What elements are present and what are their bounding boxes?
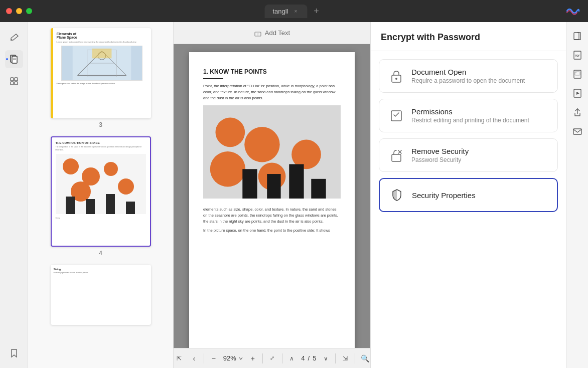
svg-rect-24: [106, 194, 115, 214]
email-button[interactable]: [569, 123, 585, 139]
first-page-button[interactable]: ⇱: [174, 352, 185, 365]
tab-bar: tangll × +: [264, 4, 323, 18]
svg-rect-36: [289, 164, 304, 199]
svg-rect-7: [15, 82, 18, 85]
thumb3-text: Lorem ipsum text content here representi…: [57, 41, 147, 44]
sidebar-icon-pages[interactable]: [5, 50, 23, 68]
separator-4: [335, 353, 336, 363]
encrypt-panel-header: Encrypt with Password: [371, 22, 566, 51]
separator-3: [282, 353, 282, 363]
text-tool-icon: T: [254, 29, 262, 37]
total-pages: 5: [313, 354, 316, 362]
play-icon: [572, 88, 582, 98]
zoom-out-button[interactable]: −: [208, 352, 219, 365]
remove-security-option[interactable]: Remove Security Password Security: [379, 138, 558, 172]
active-tab[interactable]: tangll ×: [264, 5, 307, 18]
page-separator: /: [308, 354, 310, 362]
page-section-heading: 1. KNOW THE POINTS: [203, 68, 341, 75]
document-area: T Add Text 1. KNOW THE POINTS Point, the…: [174, 22, 370, 368]
thumbnail-page-3[interactable]: Elements ofPlane Space Lorem ipsum text …: [51, 28, 151, 118]
new-tab-button[interactable]: +: [310, 4, 324, 18]
thumb5-title: String: [54, 268, 148, 271]
permissions-option[interactable]: Permissions Restrict editing and printin…: [379, 99, 558, 132]
email-icon: [572, 126, 582, 136]
separator-1: [204, 353, 204, 363]
remove-security-title: Remove Security: [411, 147, 548, 155]
svg-point-19: [104, 162, 118, 176]
doc-scroll[interactable]: 1. KNOW THE POINTS Point, the interpreta…: [174, 44, 370, 348]
main-area: Elements ofPlane Space Lorem ipsum text …: [0, 22, 588, 368]
thumb3-content: Elements ofPlane Space Lorem ipsum text …: [51, 28, 151, 118]
pdf-export-button[interactable]: PDF: [569, 47, 585, 63]
zoom-display: 92%: [223, 354, 243, 362]
prev-page-button[interactable]: ‹: [189, 352, 200, 365]
separator-5: [355, 353, 355, 363]
thumb4-artwork: [56, 154, 146, 214]
expand-button[interactable]: ⤢: [267, 352, 278, 365]
maximize-button[interactable]: [26, 8, 32, 14]
pdf-export-icon: PDF: [572, 50, 582, 60]
scroll-down-button[interactable]: ∨: [320, 352, 331, 365]
add-text-tool[interactable]: T Add Text: [254, 29, 290, 37]
sidebar-icon-tools[interactable]: [5, 72, 23, 90]
svg-rect-5: [15, 78, 18, 81]
permissions-title: Permissions: [411, 107, 548, 116]
page-body-1: Point, the interpretation of "Ci Hai" is…: [203, 83, 341, 101]
permissions-desc: Restrict editing and printing of the doc…: [411, 117, 548, 124]
search-button[interactable]: 🔍: [359, 352, 370, 365]
open-file-button[interactable]: [569, 28, 585, 44]
svg-text:T: T: [257, 33, 259, 36]
thumb3-image: [61, 46, 142, 81]
close-button[interactable]: [6, 8, 12, 14]
remove-security-text: Remove Security Password Security: [411, 147, 548, 163]
pages-icon: [9, 54, 19, 64]
thumb4-title: THE COMPOSITION OF SPACE: [56, 141, 146, 144]
tools-icon: [9, 76, 19, 86]
remove-lock-icon: [388, 147, 404, 163]
thumb3-title: Elements ofPlane Space: [57, 32, 147, 39]
document-open-text: Document Open Require a password to open…: [411, 68, 548, 84]
image-doc-icon: [572, 69, 582, 79]
zoom-in-button[interactable]: +: [247, 352, 258, 365]
thumb5-content: String Additional page content visible i…: [51, 265, 151, 325]
thumb3-artwork: [62, 46, 142, 80]
svg-text:PDF: PDF: [575, 54, 580, 57]
svg-rect-34: [242, 169, 257, 199]
sidebar-icon-bookmark[interactable]: [5, 344, 23, 362]
image-doc-button[interactable]: [569, 66, 585, 82]
heading-underline: [203, 78, 223, 79]
bookmark-icon: [9, 348, 19, 358]
thumbnail-group-4: THE COMPOSITION OF SPACE The composition…: [34, 136, 167, 257]
scroll-up-button[interactable]: ∧: [286, 352, 297, 365]
app-logo: [566, 7, 580, 16]
sidebar-icon-annotate[interactable]: [5, 28, 23, 46]
last-page-button[interactable]: ⇲: [340, 352, 351, 365]
permissions-text: Permissions Restrict editing and printin…: [411, 107, 548, 124]
thumbnail-panel[interactable]: Elements ofPlane Space Lorem ipsum text …: [28, 22, 174, 368]
svg-rect-4: [11, 78, 14, 81]
svg-rect-25: [126, 202, 135, 214]
encrypt-panel: Encrypt with Password Document Open Requ…: [370, 22, 566, 368]
zoom-dropdown-icon[interactable]: [238, 356, 243, 361]
thumb4-content: THE COMPOSITION OF SPACE The composition…: [52, 137, 150, 223]
thumb3-desc-text: Description text below the image in this…: [57, 82, 147, 85]
security-properties-option[interactable]: Security Properties: [379, 178, 558, 212]
thumb4-body: The composition of the space in the docu…: [56, 146, 146, 151]
svg-point-17: [63, 158, 79, 174]
svg-rect-15: [92, 49, 111, 58]
media-button[interactable]: [569, 85, 585, 101]
thumbnail-page-4[interactable]: THE COMPOSITION OF SPACE The composition…: [51, 136, 151, 247]
minimize-button[interactable]: [16, 8, 22, 14]
page-body-3: In the picture space, on the one hand, t…: [203, 228, 341, 234]
svg-point-21: [118, 178, 134, 195]
svg-rect-52: [573, 129, 581, 134]
left-sidebar: [0, 22, 28, 368]
share-button[interactable]: [569, 104, 585, 120]
zoom-level: 92%: [223, 354, 236, 362]
thumbnail-page-5[interactable]: String Additional page content visible i…: [51, 265, 151, 325]
thumb5-text: Additional page content visible in thumb…: [54, 272, 148, 274]
document-open-option[interactable]: Document Open Require a password to open…: [379, 59, 558, 93]
tab-close-button[interactable]: ×: [292, 8, 300, 15]
svg-marker-51: [576, 92, 579, 95]
active-indicator: [6, 58, 8, 60]
